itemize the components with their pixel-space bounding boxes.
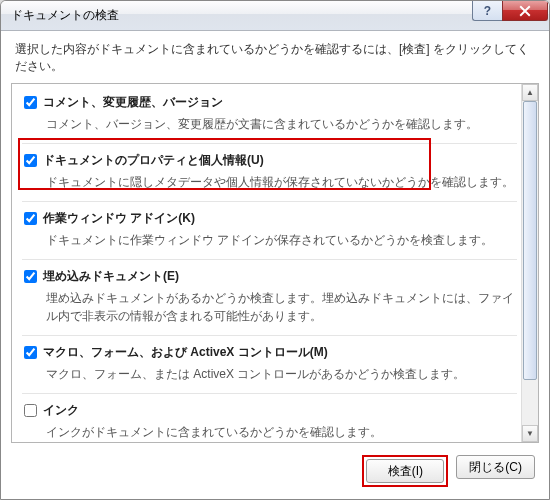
close-icon — [519, 5, 531, 17]
dialog-button-row: 検査(I) 閉じる(C) — [1, 443, 549, 499]
option-embedded-docs: 埋め込みドキュメント(E) 埋め込みドキュメントがあるかどうか検査します。埋め込… — [22, 264, 517, 336]
option-task-pane-addins: 作業ウィンドウ アドイン(K) ドキュメントに作業ウィンドウ アドインが保存され… — [22, 206, 517, 260]
option-label: インク — [43, 402, 79, 419]
option-label: 作業ウィンドウ アドイン(K) — [43, 210, 195, 227]
scroll-up-button[interactable]: ▲ — [522, 84, 538, 101]
option-ink: インク インクがドキュメントに含まれているかどうかを確認します。 — [22, 398, 517, 442]
option-personal-info: ドキュメントのプロパティと個人情報(U) ドキュメントに隠しメタデータや個人情報… — [22, 148, 517, 202]
option-checkbox-comments[interactable] — [24, 96, 37, 109]
option-description: ドキュメントに隠しメタデータや個人情報が保存されていないかどうかを確認します。 — [46, 173, 515, 191]
option-checkbox-macros-activex[interactable] — [24, 346, 37, 359]
document-inspector-dialog: ドキュメントの検査 ? 選択した内容がドキュメントに含まれているかどうかを確認す… — [0, 0, 550, 500]
option-header: マクロ、フォーム、および ActiveX コントロール(M) — [24, 344, 515, 361]
option-checkbox-ink[interactable] — [24, 404, 37, 417]
option-label: 埋め込みドキュメント(E) — [43, 268, 179, 285]
instruction-text: 選択した内容がドキュメントに含まれているかどうかを確認するには、[検査] をクリ… — [1, 31, 549, 83]
options-scroll-region: コメント、変更履歴、バージョン コメント、バージョン、変更履歴が文書に含まれてい… — [12, 84, 521, 442]
inspect-button[interactable]: 検査(I) — [366, 459, 444, 483]
close-button[interactable]: 閉じる(C) — [456, 455, 535, 479]
option-header: 埋め込みドキュメント(E) — [24, 268, 515, 285]
close-window-button[interactable] — [502, 1, 548, 21]
option-header: 作業ウィンドウ アドイン(K) — [24, 210, 515, 227]
scroll-down-button[interactable]: ▼ — [522, 425, 538, 442]
option-header: ドキュメントのプロパティと個人情報(U) — [24, 152, 515, 169]
option-header: インク — [24, 402, 515, 419]
option-header: コメント、変更履歴、バージョン — [24, 94, 515, 111]
option-checkbox-task-pane-addins[interactable] — [24, 212, 37, 225]
option-label: ドキュメントのプロパティと個人情報(U) — [43, 152, 264, 169]
option-description: 埋め込みドキュメントがあるかどうか検査します。埋め込みドキュメントには、ファイル… — [46, 289, 515, 325]
option-description: コメント、バージョン、変更履歴が文書に含まれているかどうかを確認します。 — [46, 115, 515, 133]
dialog-title: ドキュメントの検査 — [11, 7, 472, 24]
scroll-thumb[interactable] — [523, 101, 537, 380]
option-label: コメント、変更履歴、バージョン — [43, 94, 223, 111]
option-description: ドキュメントに作業ウィンドウ アドインが保存されているかどうかを検査します。 — [46, 231, 515, 249]
chevron-down-icon: ▼ — [526, 429, 534, 438]
option-checkbox-personal-info[interactable] — [24, 154, 37, 167]
option-description: マクロ、フォーム、または ActiveX コントロールがあるかどうか検査します。 — [46, 365, 515, 383]
vertical-scrollbar[interactable]: ▲ ▼ — [521, 84, 538, 442]
window-buttons: ? — [472, 1, 549, 21]
inspection-options-panel: コメント、変更履歴、バージョン コメント、バージョン、変更履歴が文書に含まれてい… — [11, 83, 539, 443]
option-checkbox-embedded-docs[interactable] — [24, 270, 37, 283]
option-comments: コメント、変更履歴、バージョン コメント、バージョン、変更履歴が文書に含まれてい… — [22, 90, 517, 144]
help-icon: ? — [484, 4, 491, 18]
scroll-track[interactable] — [522, 101, 538, 425]
option-description: インクがドキュメントに含まれているかどうかを確認します。 — [46, 423, 515, 441]
chevron-up-icon: ▲ — [526, 88, 534, 97]
titlebar[interactable]: ドキュメントの検査 ? — [1, 1, 549, 31]
help-button[interactable]: ? — [472, 1, 502, 21]
option-macros-activex: マクロ、フォーム、および ActiveX コントロール(M) マクロ、フォーム、… — [22, 340, 517, 394]
option-label: マクロ、フォーム、および ActiveX コントロール(M) — [43, 344, 328, 361]
highlight-inspect-button: 検査(I) — [362, 455, 448, 487]
